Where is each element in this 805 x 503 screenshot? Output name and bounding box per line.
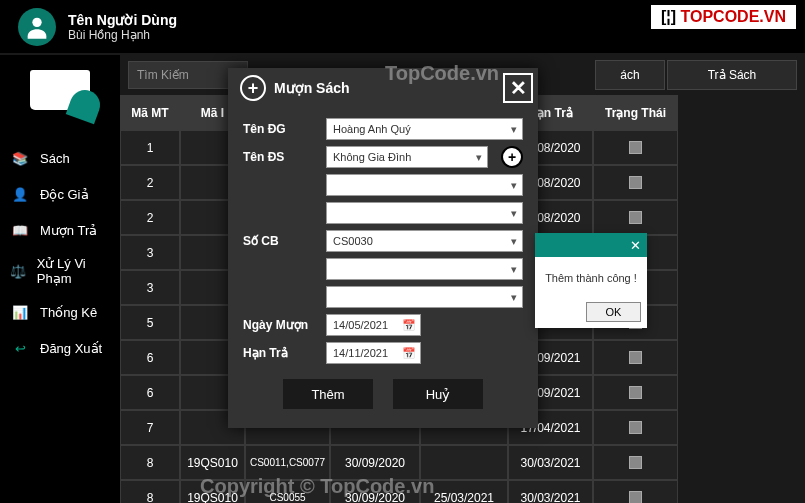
reader-icon: 👤 xyxy=(10,184,30,204)
cell-mamt: 3 xyxy=(120,235,180,270)
hantra-label: Hạn Trả xyxy=(243,346,318,360)
ngaymuon-input[interactable]: 14/05/2021📅 xyxy=(326,314,421,336)
sidebar-item-muontra[interactable]: 📖 Mượn Trả xyxy=(0,212,120,248)
sidebar-item-docgia[interactable]: 👤 Độc Giả xyxy=(0,176,120,212)
logo: [¦] TOPCODE.VN xyxy=(650,4,797,30)
cell-mai: 19QS010 xyxy=(180,445,245,480)
cell-trangthai xyxy=(593,130,678,165)
cell-trangthai xyxy=(593,480,678,503)
th-mamt: Mã MT xyxy=(120,95,180,130)
cell-mid1: CS0055 xyxy=(245,480,330,503)
cell-mamt: 5 xyxy=(120,305,180,340)
cell-mai: 19QS010 xyxy=(180,480,245,503)
status-checkbox[interactable] xyxy=(629,351,642,364)
avatar xyxy=(18,8,56,46)
cell-ngaytra: 25/03/2021 xyxy=(420,480,508,503)
msgbox-header: ✕ xyxy=(535,233,647,257)
cell-ngaytra xyxy=(420,445,508,480)
sidebar-item-label: Đăng Xuất xyxy=(40,341,102,356)
tends-label: Tên ĐS xyxy=(243,150,318,164)
sidebar-item-label: Sách xyxy=(40,151,70,166)
borrow-modal: + Mượn Sách ✕ Tên ĐG Hoàng Anh Quý Tên Đ… xyxy=(228,68,538,428)
socb-select[interactable]: CS0030 xyxy=(326,230,523,252)
modal-header: + Mượn Sách ✕ xyxy=(228,68,538,108)
sidebar-item-label: Xử Lý Vi Phạm xyxy=(37,256,110,286)
status-checkbox[interactable] xyxy=(629,491,642,503)
tab-muon-sach[interactable]: ách xyxy=(595,60,665,90)
cell-mamt: 6 xyxy=(120,375,180,410)
book-illustration xyxy=(20,65,100,125)
sidebar-item-label: Độc Giả xyxy=(40,187,89,202)
sidebar-item-sach[interactable]: 📚 Sách xyxy=(0,140,120,176)
cb-slot-select[interactable] xyxy=(326,286,523,308)
user-name: Bùi Hồng Hạnh xyxy=(68,28,177,42)
cell-mamt: 1 xyxy=(120,130,180,165)
sidebar-item-vipham[interactable]: ⚖️ Xử Lý Vi Phạm xyxy=(0,248,120,294)
cell-mamt: 2 xyxy=(120,200,180,235)
msgbox-close-button[interactable]: ✕ xyxy=(630,238,641,253)
ngaymuon-label: Ngày Mượn xyxy=(243,318,318,332)
cell-trangthai xyxy=(593,340,678,375)
socb-label: Số CB xyxy=(243,234,318,248)
cell-hantra: 30/03/2021 xyxy=(508,480,593,503)
sidebar: 📚 Sách 👤 Độc Giả 📖 Mượn Trả ⚖️ Xử Lý Vi … xyxy=(0,55,120,503)
huy-button[interactable]: Huỷ xyxy=(393,379,483,409)
sidebar-item-label: Mượn Trả xyxy=(40,223,97,238)
msgbox-ok-button[interactable]: OK xyxy=(586,302,641,322)
status-checkbox[interactable] xyxy=(629,386,642,399)
calendar-icon: 📅 xyxy=(402,319,416,332)
user-info: Tên Người Dùng Bùi Hồng Hạnh xyxy=(68,12,177,42)
stats-icon: 📊 xyxy=(10,302,30,322)
cell-mamt: 8 xyxy=(120,445,180,480)
cell-trangthai xyxy=(593,165,678,200)
cell-mid1: CS0011,CS0077 xyxy=(245,445,330,480)
table-row[interactable]: 819QS010CS0011,CS007730/09/202030/03/202… xyxy=(120,445,805,480)
status-checkbox[interactable] xyxy=(629,141,642,154)
calendar-icon: 📅 xyxy=(402,347,416,360)
success-messagebox: ✕ Thêm thành công ! OK xyxy=(535,233,647,328)
cell-mamt: 8 xyxy=(120,480,180,503)
modal-close-button[interactable]: ✕ xyxy=(503,73,533,103)
table-row[interactable]: 819QS010CS005530/09/202025/03/202130/03/… xyxy=(120,480,805,503)
user-icon xyxy=(23,13,51,41)
status-checkbox[interactable] xyxy=(629,421,642,434)
tends-select[interactable]: Không Gia Đình xyxy=(326,146,488,168)
add-book-button[interactable]: + xyxy=(501,146,523,168)
borrow-icon: 📖 xyxy=(10,220,30,240)
sidebar-item-dangxuat[interactable]: ↩ Đăng Xuất xyxy=(0,330,120,366)
cell-mamt: 2 xyxy=(120,165,180,200)
msgbox-text: Thêm thành công ! xyxy=(535,257,647,296)
svg-point-0 xyxy=(32,17,41,26)
cb-slot-select[interactable] xyxy=(326,258,523,280)
book-slot-select[interactable] xyxy=(326,202,523,224)
modal-body: Tên ĐG Hoàng Anh Quý Tên ĐS Không Gia Đì… xyxy=(228,108,538,419)
tab-tra-sach[interactable]: Trả Sách xyxy=(667,60,797,90)
tendg-select[interactable]: Hoàng Anh Quý xyxy=(326,118,523,140)
cell-trangthai xyxy=(593,375,678,410)
cell-trangthai xyxy=(593,200,678,235)
modal-title: Mượn Sách xyxy=(274,80,350,96)
plus-circle-icon: + xyxy=(240,75,266,101)
violation-icon: ⚖️ xyxy=(10,261,27,281)
header: Tên Người Dùng Bùi Hồng Hạnh [¦] TOPCODE… xyxy=(0,0,805,55)
status-checkbox[interactable] xyxy=(629,456,642,469)
sidebar-item-label: Thống Kê xyxy=(40,305,97,320)
status-checkbox[interactable] xyxy=(629,176,642,189)
them-button[interactable]: Thêm xyxy=(283,379,373,409)
cell-mid2: 30/09/2020 xyxy=(330,445,420,480)
logout-icon: ↩ xyxy=(10,338,30,358)
user-title-label: Tên Người Dùng xyxy=(68,12,177,28)
cell-mamt: 6 xyxy=(120,340,180,375)
sidebar-item-thongke[interactable]: 📊 Thống Kê xyxy=(0,294,120,330)
hantra-input[interactable]: 14/11/2021📅 xyxy=(326,342,421,364)
status-checkbox[interactable] xyxy=(629,211,642,224)
cell-trangthai xyxy=(593,410,678,445)
cell-trangthai xyxy=(593,445,678,480)
cell-mamt: 7 xyxy=(120,410,180,445)
book-slot-select[interactable] xyxy=(326,174,523,196)
th-trangthai: Trạng Thái xyxy=(593,95,678,130)
cell-mid2: 30/09/2020 xyxy=(330,480,420,503)
cell-mamt: 3 xyxy=(120,270,180,305)
tendg-label: Tên ĐG xyxy=(243,122,318,136)
books-icon: 📚 xyxy=(10,148,30,168)
